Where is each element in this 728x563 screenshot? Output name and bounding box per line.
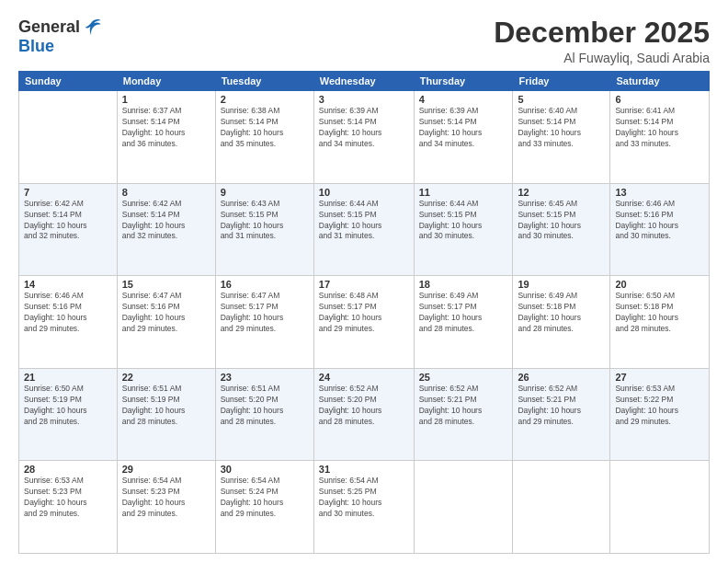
col-sunday: Sunday	[19, 72, 118, 91]
day-number: 9	[221, 187, 309, 198]
table-row	[610, 461, 710, 554]
day-number: 27	[615, 372, 704, 383]
day-info: Sunrise: 6:53 AM Sunset: 5:22 PM Dayligh…	[615, 384, 704, 428]
table-row: 9Sunrise: 6:43 AM Sunset: 5:15 PM Daylig…	[215, 183, 313, 276]
table-row: 31Sunrise: 6:54 AM Sunset: 5:25 PM Dayli…	[313, 461, 414, 554]
table-row: 13Sunrise: 6:46 AM Sunset: 5:16 PM Dayli…	[610, 183, 710, 276]
day-number: 3	[319, 94, 409, 105]
day-info: Sunrise: 6:53 AM Sunset: 5:23 PM Dayligh…	[24, 476, 112, 520]
table-row: 26Sunrise: 6:52 AM Sunset: 5:21 PM Dayli…	[513, 368, 610, 461]
table-row: 29Sunrise: 6:54 AM Sunset: 5:23 PM Dayli…	[117, 461, 215, 554]
day-number: 29	[122, 464, 210, 475]
day-info: Sunrise: 6:41 AM Sunset: 5:14 PM Dayligh…	[615, 106, 704, 150]
day-info: Sunrise: 6:44 AM Sunset: 5:15 PM Dayligh…	[319, 199, 409, 243]
logo-blue-text: Blue	[18, 37, 54, 56]
table-row: 11Sunrise: 6:44 AM Sunset: 5:15 PM Dayli…	[414, 183, 513, 276]
day-number: 30	[221, 464, 309, 475]
day-number: 19	[518, 279, 605, 290]
day-number: 25	[419, 372, 508, 383]
table-row: 17Sunrise: 6:48 AM Sunset: 5:17 PM Dayli…	[313, 276, 414, 369]
day-info: Sunrise: 6:40 AM Sunset: 5:14 PM Dayligh…	[518, 106, 605, 150]
calendar-header-row: Sunday Monday Tuesday Wednesday Thursday…	[19, 72, 710, 91]
day-info: Sunrise: 6:54 AM Sunset: 5:24 PM Dayligh…	[221, 476, 309, 520]
calendar-week-row: 28Sunrise: 6:53 AM Sunset: 5:23 PM Dayli…	[19, 461, 710, 554]
table-row: 19Sunrise: 6:49 AM Sunset: 5:18 PM Dayli…	[513, 276, 610, 369]
day-number: 6	[615, 94, 704, 105]
day-number: 20	[615, 279, 704, 290]
header: General Blue December 2025 Al Fuwayliq, …	[18, 17, 710, 65]
day-info: Sunrise: 6:45 AM Sunset: 5:15 PM Dayligh…	[518, 199, 605, 243]
day-info: Sunrise: 6:49 AM Sunset: 5:18 PM Dayligh…	[518, 291, 605, 335]
table-row: 28Sunrise: 6:53 AM Sunset: 5:23 PM Dayli…	[19, 461, 118, 554]
table-row	[19, 91, 118, 184]
col-saturday: Saturday	[610, 72, 710, 91]
day-info: Sunrise: 6:51 AM Sunset: 5:19 PM Dayligh…	[122, 384, 210, 428]
table-row: 22Sunrise: 6:51 AM Sunset: 5:19 PM Dayli…	[117, 368, 215, 461]
day-info: Sunrise: 6:47 AM Sunset: 5:17 PM Dayligh…	[221, 291, 309, 335]
day-info: Sunrise: 6:43 AM Sunset: 5:15 PM Dayligh…	[221, 199, 309, 243]
day-number: 23	[221, 372, 309, 383]
day-info: Sunrise: 6:42 AM Sunset: 5:14 PM Dayligh…	[24, 199, 112, 243]
day-number: 21	[24, 372, 112, 383]
day-number: 12	[518, 187, 605, 198]
day-number: 1	[122, 94, 210, 105]
day-number: 17	[319, 279, 409, 290]
day-info: Sunrise: 6:46 AM Sunset: 5:16 PM Dayligh…	[24, 291, 112, 335]
table-row: 27Sunrise: 6:53 AM Sunset: 5:22 PM Dayli…	[610, 368, 710, 461]
day-number: 31	[319, 464, 409, 475]
day-info: Sunrise: 6:50 AM Sunset: 5:18 PM Dayligh…	[615, 291, 704, 335]
col-friday: Friday	[513, 72, 610, 91]
day-number: 11	[419, 187, 508, 198]
day-info: Sunrise: 6:52 AM Sunset: 5:20 PM Dayligh…	[319, 384, 409, 428]
calendar-week-row: 14Sunrise: 6:46 AM Sunset: 5:16 PM Dayli…	[19, 276, 710, 369]
table-row: 16Sunrise: 6:47 AM Sunset: 5:17 PM Dayli…	[215, 276, 313, 369]
day-number: 18	[419, 279, 508, 290]
day-number: 5	[518, 94, 605, 105]
table-row: 21Sunrise: 6:50 AM Sunset: 5:19 PM Dayli…	[19, 368, 118, 461]
day-number: 8	[122, 187, 210, 198]
day-info: Sunrise: 6:42 AM Sunset: 5:14 PM Dayligh…	[122, 199, 210, 243]
table-row: 5Sunrise: 6:40 AM Sunset: 5:14 PM Daylig…	[513, 91, 610, 184]
table-row: 2Sunrise: 6:38 AM Sunset: 5:14 PM Daylig…	[215, 91, 313, 184]
day-info: Sunrise: 6:47 AM Sunset: 5:16 PM Dayligh…	[122, 291, 210, 335]
day-info: Sunrise: 6:52 AM Sunset: 5:21 PM Dayligh…	[518, 384, 605, 428]
day-info: Sunrise: 6:50 AM Sunset: 5:19 PM Dayligh…	[24, 384, 112, 428]
day-info: Sunrise: 6:37 AM Sunset: 5:14 PM Dayligh…	[122, 106, 210, 150]
day-info: Sunrise: 6:54 AM Sunset: 5:23 PM Dayligh…	[122, 476, 210, 520]
title-area: December 2025 Al Fuwayliq, Saudi Arabia	[494, 17, 710, 65]
table-row: 8Sunrise: 6:42 AM Sunset: 5:14 PM Daylig…	[117, 183, 215, 276]
table-row: 10Sunrise: 6:44 AM Sunset: 5:15 PM Dayli…	[313, 183, 414, 276]
logo-bird-icon	[82, 17, 102, 37]
day-info: Sunrise: 6:44 AM Sunset: 5:15 PM Dayligh…	[419, 199, 508, 243]
day-number: 16	[221, 279, 309, 290]
day-number: 10	[319, 187, 409, 198]
day-info: Sunrise: 6:46 AM Sunset: 5:16 PM Dayligh…	[615, 199, 704, 243]
col-monday: Monday	[117, 72, 215, 91]
calendar-week-row: 1Sunrise: 6:37 AM Sunset: 5:14 PM Daylig…	[19, 91, 710, 184]
calendar-table: Sunday Monday Tuesday Wednesday Thursday…	[18, 71, 710, 554]
table-row: 4Sunrise: 6:39 AM Sunset: 5:14 PM Daylig…	[414, 91, 513, 184]
table-row: 20Sunrise: 6:50 AM Sunset: 5:18 PM Dayli…	[610, 276, 710, 369]
day-number: 26	[518, 372, 605, 383]
day-number: 4	[419, 94, 508, 105]
day-number: 2	[221, 94, 309, 105]
day-number: 7	[24, 187, 112, 198]
calendar-week-row: 21Sunrise: 6:50 AM Sunset: 5:19 PM Dayli…	[19, 368, 710, 461]
day-info: Sunrise: 6:54 AM Sunset: 5:25 PM Dayligh…	[319, 476, 409, 520]
day-info: Sunrise: 6:49 AM Sunset: 5:17 PM Dayligh…	[419, 291, 508, 335]
col-tuesday: Tuesday	[215, 72, 313, 91]
day-number: 13	[615, 187, 704, 198]
table-row: 12Sunrise: 6:45 AM Sunset: 5:15 PM Dayli…	[513, 183, 610, 276]
col-wednesday: Wednesday	[313, 72, 414, 91]
table-row: 1Sunrise: 6:37 AM Sunset: 5:14 PM Daylig…	[117, 91, 215, 184]
table-row: 30Sunrise: 6:54 AM Sunset: 5:24 PM Dayli…	[215, 461, 313, 554]
table-row: 25Sunrise: 6:52 AM Sunset: 5:21 PM Dayli…	[414, 368, 513, 461]
col-thursday: Thursday	[414, 72, 513, 91]
table-row	[414, 461, 513, 554]
day-info: Sunrise: 6:39 AM Sunset: 5:14 PM Dayligh…	[419, 106, 508, 150]
table-row: 14Sunrise: 6:46 AM Sunset: 5:16 PM Dayli…	[19, 276, 118, 369]
day-info: Sunrise: 6:52 AM Sunset: 5:21 PM Dayligh…	[419, 384, 508, 428]
day-info: Sunrise: 6:39 AM Sunset: 5:14 PM Dayligh…	[319, 106, 409, 150]
location-subtitle: Al Fuwayliq, Saudi Arabia	[494, 51, 710, 65]
day-info: Sunrise: 6:48 AM Sunset: 5:17 PM Dayligh…	[319, 291, 409, 335]
